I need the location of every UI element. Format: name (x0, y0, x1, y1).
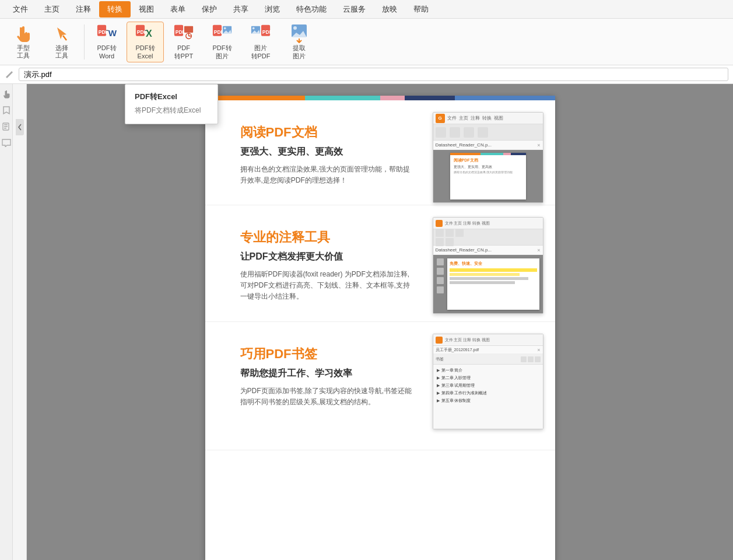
sidebar-pages-icon[interactable] (1, 121, 12, 132)
pdf-excel-icon: PDF X (135, 23, 156, 43)
annot-page: 免费、快速、安全 (447, 258, 539, 310)
svg-point-16 (224, 27, 226, 30)
file-path-input[interactable] (19, 68, 728, 81)
section-bookmark-text: 为PDF页面添加书签,除了实现内容的快速导航,书签还能指明不同书签的层级关系,展… (240, 386, 415, 408)
pdf-image-icon: PDF (212, 23, 233, 43)
toolbar-divider-1 (84, 24, 85, 60)
menu-view[interactable]: 视图 (131, 1, 162, 18)
menu-annotation[interactable]: 注释 (68, 1, 99, 18)
svg-text:W: W (108, 28, 117, 38)
annot-tb-icon4 (436, 238, 444, 246)
menu-convert[interactable]: 转换 (99, 1, 131, 18)
address-bar (0, 65, 733, 84)
pdf-to-word-button[interactable]: PDF W PDF转Word (88, 22, 125, 62)
pdf-page: 阅读PDF文档 更强大、更实用、更高效 拥有出色的文档渲染效果,强大的页面管理功… (205, 96, 555, 560)
svg-rect-25 (4, 126, 8, 127)
tooltip-title: PDF转Excel (125, 89, 218, 104)
menu-share[interactable]: 共享 (225, 1, 257, 18)
bm-tb2 (528, 356, 534, 362)
menu-cloud[interactable]: 云服务 (335, 1, 374, 18)
bar-blue (455, 96, 555, 100)
bar-pink (380, 96, 405, 100)
text-line-1 (450, 277, 528, 280)
annot-tb-icon3 (455, 229, 464, 237)
annot-logo (436, 220, 443, 227)
svg-text:PDF: PDF (262, 29, 271, 35)
menu-home[interactable]: 主页 (36, 1, 68, 18)
extract-image-button[interactable]: 提取图片 (280, 22, 318, 62)
annot-sb1 (437, 258, 444, 265)
section-annotation-text: 使用福昕PDF阅读器(foxit reader) 为PDF文档添加注释,可对PD… (240, 269, 415, 303)
select-tool-label: 选择工具 (55, 44, 68, 60)
bar-orange (205, 96, 305, 100)
menu-browse[interactable]: 浏览 (257, 1, 288, 18)
annot-sb4 (437, 286, 444, 293)
pdf-to-image-button[interactable]: PDF PDF转图片 (204, 22, 241, 62)
app-logo-mini: G (436, 114, 445, 123)
content-area: 阅读PDF文档 更强大、更实用、更高效 拥有出色的文档渲染效果,强大的页面管理功… (27, 84, 733, 560)
image-to-pdf-button[interactable]: PDF 图片转PDF (242, 22, 279, 62)
pdf-to-ppt-button[interactable]: PDF PDF转PPT (165, 22, 202, 62)
bm-chapter-3: ▶ 第三章 试用期管理 (436, 382, 541, 389)
left-sidebar (0, 84, 13, 560)
bm-body: ▶ 第一章 简介 ▶ 第二章 入职管理 ▶ 第三章 试用期管理 ▶ (433, 365, 543, 429)
svg-rect-26 (4, 128, 6, 129)
highlight-line-2 (450, 273, 520, 276)
panel-collapse-button[interactable] (16, 119, 24, 135)
screenshot-bookmark: 文件 主页 注释 转换 视图 员工手册_20120917.pdf × 书签 (433, 334, 543, 429)
hand-icon (13, 24, 34, 44)
sidebar-comment-icon[interactable] (1, 138, 12, 148)
image-to-pdf-label: 图片转PDF (251, 44, 271, 60)
bm-tb3 (535, 356, 541, 362)
annot-sb3 (437, 277, 444, 284)
bm-chapter-2: ▶ 第二章 入职管理 (436, 374, 541, 382)
annot-tb-icon1 (436, 229, 444, 237)
sidebar-bookmark-icon[interactable] (1, 105, 12, 116)
svg-text:PDF: PDF (214, 29, 224, 35)
bar-teal (305, 96, 380, 100)
pdf-top-bar (205, 96, 555, 100)
screenshot-body: 阅读PDF文档 更强大、更实用、更高效 拥有出色的文档渲染效果,强大的页面管理功… (433, 150, 543, 202)
screenshot-annotation: 文件 主页 注释 转换 视图 (433, 217, 543, 314)
menu-file[interactable]: 文件 (5, 1, 36, 18)
annot-tb-group (436, 229, 464, 246)
menu-slideshow[interactable]: 放映 (374, 1, 405, 18)
bar-navy (405, 96, 455, 100)
svg-rect-24 (4, 124, 8, 125)
bm-tb1 (521, 356, 527, 362)
bm-header: 文件 主页 注释 转换 视图 (433, 334, 543, 346)
pdf-section-annotation: 专业的注释工具 让PDF文档发挥更大价值 使用福昕PDF阅读器(foxit re… (205, 205, 555, 322)
tooltip-description: 将PDF文档转成Excel (125, 104, 218, 119)
pdf-to-excel-label: PDF转Excel (136, 44, 155, 60)
svg-text:PDF: PDF (176, 29, 185, 35)
bm-chapter-1: ▶ 第一章 简介 (436, 367, 541, 374)
sidebar-hand-icon[interactable] (1, 89, 12, 99)
annot-sb2 (437, 268, 444, 275)
svg-text:X: X (146, 28, 152, 38)
menu-help[interactable]: 帮助 (405, 1, 437, 18)
svg-point-18 (252, 27, 255, 30)
menu-feature[interactable]: 特色功能 (288, 1, 335, 18)
menu-protect[interactable]: 保护 (194, 1, 225, 18)
pdf-section-bookmark: 巧用PDF书签 帮助您提升工作、学习效率 为PDF页面添加书签,除了实现内容的快… (205, 322, 555, 450)
bm-toolbar: 书签 (433, 354, 543, 365)
select-tool-button[interactable]: 选择工具 (43, 22, 80, 62)
image-pdf-icon: PDF (250, 23, 271, 43)
highlight-line-1 (450, 268, 537, 272)
bm-chapter-4: ▶ 第四章 工作行为准则概述 (436, 390, 541, 397)
annot-tb-icon5 (446, 238, 454, 246)
toolbar: 手型工具 选择工具 PDF W PDF转Word PDF (0, 19, 733, 65)
screenshot-reader: G 文件 主页 注释 转换 视图 Da (433, 112, 543, 203)
menu-form[interactable]: 表单 (162, 1, 194, 18)
pdf-to-image-label: PDF转图片 (213, 44, 232, 60)
menu-bar: 文件 主页 注释 转换 视图 表单 保护 共享 浏览 特色功能 云服务 放映 帮… (0, 0, 733, 19)
svg-point-22 (293, 26, 297, 30)
hand-tool-button[interactable]: 手型工具 (5, 22, 42, 62)
extract-icon (289, 23, 310, 43)
pdf-to-excel-button[interactable]: PDF X PDF转Excel (127, 22, 164, 62)
bm-logo (436, 337, 443, 344)
annot-toolbar (433, 229, 543, 246)
annot-header: 文件 主页 注释 转换 视图 (433, 218, 543, 229)
pencil-icon (5, 70, 14, 79)
screenshot-header: G 文件 主页 注释 转换 视图 (433, 113, 543, 124)
